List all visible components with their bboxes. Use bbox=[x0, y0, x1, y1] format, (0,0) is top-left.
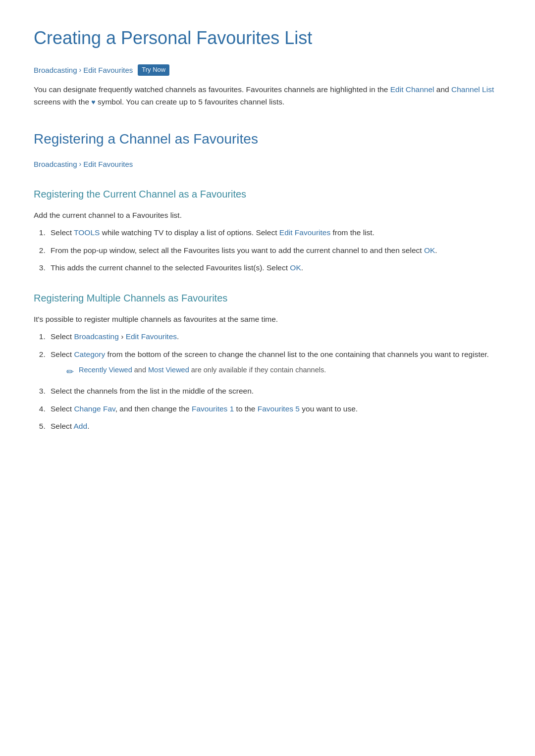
sub2-step-4-item: Select Change Fav, and then change the F… bbox=[48, 403, 501, 415]
sub2-step1-broadcasting-link[interactable]: Broadcasting bbox=[74, 332, 118, 341]
note-pencil-icon: ✏ bbox=[66, 365, 74, 380]
sub2-step4-text-mid: , and then change the bbox=[115, 404, 192, 413]
sub2-step-1-item: Select Broadcasting › Edit Favourites. bbox=[48, 330, 501, 343]
step1-text-mid: while watching TV to display a list of o… bbox=[100, 228, 279, 237]
sub2-step2-category-link[interactable]: Category bbox=[74, 350, 105, 358]
edit-channel-link[interactable]: Edit Channel bbox=[390, 85, 434, 94]
step1-tools-link[interactable]: TOOLS bbox=[74, 228, 100, 237]
sub2-step3-text: Select the channels from the list in the… bbox=[51, 387, 254, 395]
note-block: ✏ Recently Viewed and Most Viewed are on… bbox=[66, 364, 501, 380]
step1-edit-favourites-link[interactable]: Edit Favourites bbox=[279, 228, 330, 237]
sub2-step-5-item: Select Add. bbox=[48, 420, 501, 433]
subsection-current-channel: Registering the Current Channel as a Fav… bbox=[34, 186, 501, 274]
note-text: Recently Viewed and Most Viewed are only… bbox=[79, 364, 326, 376]
most-viewed-link[interactable]: Most Viewed bbox=[148, 366, 189, 374]
step3-text-after: . bbox=[301, 263, 303, 272]
note-text-after: are only available if they contain chann… bbox=[189, 366, 326, 374]
sub2-step5-add-link[interactable]: Add bbox=[74, 422, 88, 430]
step-2-item: From the pop-up window, select all the F… bbox=[48, 244, 501, 257]
recently-viewed-link[interactable]: Recently Viewed bbox=[79, 366, 132, 374]
breadcrumb-separator: › bbox=[79, 64, 82, 75]
sub2-step5-text-after: . bbox=[87, 422, 89, 430]
intro-text-4: symbol. You can create up to 5 favourite… bbox=[96, 98, 285, 106]
step3-text-before: This adds the current channel to the sel… bbox=[51, 263, 290, 272]
sub2-step4-text-before: Select bbox=[51, 404, 74, 413]
intro-text-2: and bbox=[434, 85, 451, 94]
sub2-step1-text-after: . bbox=[177, 332, 179, 341]
breadcrumb-top: Broadcasting › Edit Favourites Try Now bbox=[34, 64, 501, 76]
sub2-step1-edit-favourites-link[interactable]: Edit Favourites bbox=[126, 332, 177, 341]
subsection2-steps: Select Broadcasting › Edit Favourites. S… bbox=[48, 330, 501, 433]
sub2-step-3-item: Select the channels from the list in the… bbox=[48, 385, 501, 398]
intro-text-1: You can designate frequently watched cha… bbox=[34, 85, 390, 94]
subsection1-title: Registering the Current Channel as a Fav… bbox=[34, 186, 501, 202]
sub2-step5-text-before: Select bbox=[51, 422, 74, 430]
sub2-step2-text-after: from the bottom of the screen to change … bbox=[105, 350, 489, 358]
section1-title: Registering a Channel as Favourites bbox=[34, 128, 501, 151]
step-1-item: Select TOOLS while watching TV to displa… bbox=[48, 226, 501, 239]
sub2-step4-change-fav-link[interactable]: Change Fav bbox=[74, 404, 115, 413]
sub2-step4-fav1-link[interactable]: Favourites 1 bbox=[192, 404, 234, 413]
step-3-item: This adds the current channel to the sel… bbox=[48, 261, 501, 274]
sub2-step4-fav5-link[interactable]: Favourites 5 bbox=[258, 404, 300, 413]
section1-breadcrumb-separator: › bbox=[79, 158, 82, 169]
heart-icon: ♥ bbox=[91, 98, 95, 106]
subsection2-title: Registering Multiple Channels as Favouri… bbox=[34, 290, 501, 306]
step2-text-after: . bbox=[435, 246, 437, 254]
channel-list-link[interactable]: Channel List bbox=[451, 85, 494, 94]
sub2-step4-text-mid2: to the bbox=[234, 404, 257, 413]
breadcrumb-broadcasting-link[interactable]: Broadcasting bbox=[34, 64, 77, 76]
subsection2-intro: It's possible to register multiple chann… bbox=[34, 313, 501, 326]
subsection1-intro: Add the current channel to a Favourites … bbox=[34, 209, 501, 222]
step3-ok-link[interactable]: OK bbox=[290, 263, 301, 272]
step1-text-before: Select bbox=[51, 228, 74, 237]
subsection1-steps: Select TOOLS while watching TV to displa… bbox=[48, 226, 501, 274]
section1-breadcrumb: Broadcasting › Edit Favourites bbox=[34, 158, 501, 170]
try-now-badge[interactable]: Try Now bbox=[138, 64, 169, 76]
subsection-multiple-channels: Registering Multiple Channels as Favouri… bbox=[34, 290, 501, 433]
sub2-step-2-item: Select Category from the bottom of the s… bbox=[48, 348, 501, 380]
note-text-mid: and bbox=[132, 366, 148, 374]
intro-paragraph: You can designate frequently watched cha… bbox=[34, 83, 501, 108]
step2-ok-link[interactable]: OK bbox=[424, 246, 435, 254]
step2-text-before: From the pop-up window, select all the F… bbox=[51, 246, 424, 254]
sub2-step1-text-before: Select bbox=[51, 332, 74, 341]
sub2-step2-text-before: Select bbox=[51, 350, 74, 358]
breadcrumb-edit-favourites-link[interactable]: Edit Favourites bbox=[83, 64, 133, 76]
page-title: Creating a Personal Favourites List bbox=[34, 24, 501, 52]
sub2-step4-text-after: you want to use. bbox=[300, 404, 358, 413]
section1-breadcrumb-edit-favourites[interactable]: Edit Favourites bbox=[83, 158, 133, 170]
sub2-step1-separator: › bbox=[119, 332, 126, 341]
section1-breadcrumb-broadcasting[interactable]: Broadcasting bbox=[34, 158, 77, 170]
intro-text-3: screens with the bbox=[34, 98, 91, 106]
step1-text-after: from the list. bbox=[330, 228, 374, 237]
